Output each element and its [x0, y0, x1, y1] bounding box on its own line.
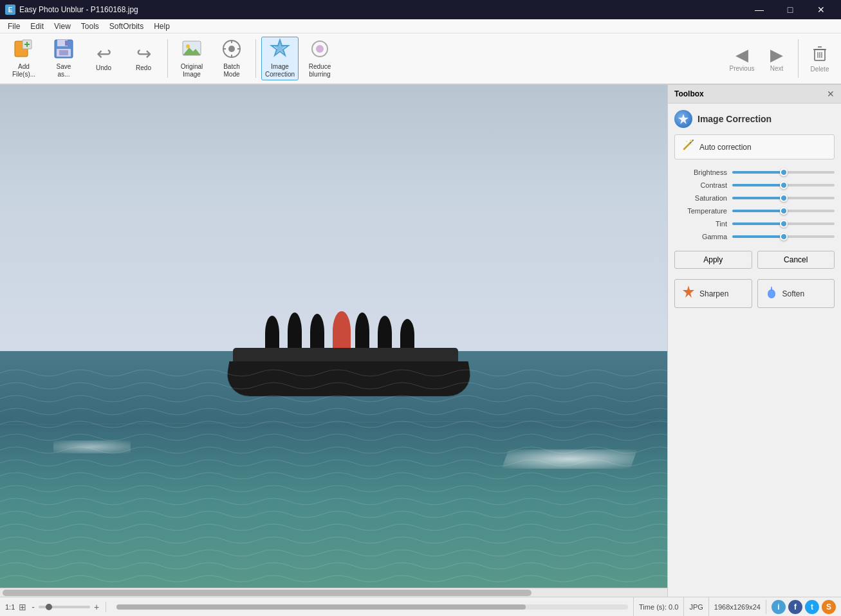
auto-correction-label: Auto correction — [699, 143, 752, 152]
add-file-button[interactable]: AddFile(s)... — [5, 37, 42, 80]
gamma-row: Gamma — [674, 233, 835, 240]
redo-button[interactable]: ↪ Redo — [125, 37, 162, 80]
tint-thumb[interactable] — [780, 220, 788, 228]
contrast-thumb[interactable] — [780, 181, 788, 189]
batch-mode-button[interactable]: BatchMode — [213, 37, 250, 80]
save-as-label: Saveas... — [57, 63, 71, 78]
person-5 — [355, 313, 369, 351]
zoom-fit-button[interactable]: ⊞ — [17, 602, 28, 612]
previous-button[interactable]: ◀ Previous — [726, 37, 758, 80]
time-value: 0.0 — [669, 603, 678, 611]
gamma-thumb[interactable] — [780, 233, 788, 240]
boat-hull — [223, 361, 474, 396]
previous-label: Previous — [730, 65, 755, 72]
saturation-fill — [732, 197, 784, 199]
original-image-icon — [181, 39, 202, 62]
delete-button[interactable]: Delete — [804, 37, 836, 80]
toolbar-separator-3 — [798, 39, 799, 78]
h-scrollbar-thumb[interactable] — [3, 590, 531, 596]
temperature-thumb[interactable] — [780, 207, 788, 215]
next-label: Next — [770, 65, 784, 72]
title-bar: E Easy Photo Unblur - P1160168.jpg — □ ✕ — [0, 0, 841, 19]
tint-slider[interactable] — [732, 222, 835, 225]
toolbox-section-title: Image Correction — [698, 114, 772, 124]
svg-rect-6 — [65, 41, 68, 46]
gamma-slider[interactable] — [732, 235, 835, 238]
cancel-button[interactable]: Cancel — [757, 251, 835, 269]
svg-line-28 — [0, 420, 667, 425]
menu-help[interactable]: Help — [149, 21, 175, 32]
facebook-icon[interactable]: f — [788, 600, 802, 614]
batch-mode-label: BatchMode — [223, 63, 240, 78]
auto-correction-button[interactable]: Auto correction — [674, 134, 835, 159]
scroll-thumb[interactable] — [116, 604, 526, 610]
time-display: Time (s): 0.0 — [633, 597, 683, 616]
toolbox-title: Toolbox — [674, 89, 704, 98]
close-button[interactable]: ✕ — [806, 0, 836, 19]
zoom-controls: 1:1 ⊞ - + — [5, 602, 106, 612]
image-container — [0, 85, 667, 597]
softorbits-icon[interactable]: S — [822, 600, 836, 614]
person-2 — [288, 313, 302, 351]
brightness-thumb[interactable] — [780, 168, 788, 176]
gamma-label: Gamma — [674, 233, 732, 240]
saturation-thumb[interactable] — [780, 194, 788, 202]
menu-view[interactable]: View — [49, 21, 76, 32]
temperature-row: Temperature — [674, 207, 835, 215]
toolbar: AddFile(s)... Saveas... ↩ Undo ↪ Redo — [0, 33, 841, 85]
wand-icon — [681, 139, 694, 155]
zoom-plus-button[interactable]: + — [93, 602, 100, 612]
sharpen-icon — [681, 285, 696, 302]
minimize-button[interactable]: — — [744, 0, 774, 19]
svg-point-21 — [316, 45, 324, 53]
sharpen-button[interactable]: Sharpen — [674, 279, 752, 308]
menu-tools[interactable]: Tools — [76, 21, 104, 32]
temperature-slider[interactable] — [732, 210, 835, 212]
menu-edit[interactable]: Edit — [25, 21, 49, 32]
info-icon[interactable]: i — [772, 600, 786, 614]
saturation-slider[interactable] — [732, 197, 835, 199]
horizontal-scrollbar[interactable] — [0, 588, 667, 597]
toolbox-section-header: Image Correction — [674, 110, 835, 128]
menu-softorbits[interactable]: SoftOrbits — [104, 21, 149, 32]
original-image-button[interactable]: OriginalImage — [173, 37, 210, 80]
save-as-icon — [53, 39, 74, 62]
boat-wake — [502, 449, 638, 469]
apply-button[interactable]: Apply — [674, 251, 752, 269]
menu-file[interactable]: File — [3, 21, 25, 32]
window-controls: — □ ✕ — [744, 0, 836, 19]
zoom-slider[interactable] — [39, 606, 90, 608]
twitter-icon[interactable]: t — [805, 600, 819, 614]
contrast-slider[interactable] — [732, 184, 835, 186]
undo-icon: ↩ — [97, 45, 111, 63]
reduce-blurring-button[interactable]: Reduceblurring — [301, 37, 338, 80]
svg-line-29 — [0, 469, 667, 474]
zoom-level: 1:1 — [5, 603, 15, 611]
undo-button[interactable]: ↩ Undo — [85, 37, 122, 80]
zoom-slider-thumb[interactable] — [46, 604, 52, 610]
size-display: 1968x1269x24 — [708, 597, 766, 616]
toolbox-close-button[interactable]: ✕ — [827, 89, 835, 99]
next-button[interactable]: ▶ Next — [761, 37, 793, 80]
svg-point-38 — [684, 144, 685, 145]
svg-point-35 — [690, 140, 692, 142]
svg-point-13 — [228, 46, 235, 52]
save-as-button[interactable]: Saveas... — [45, 37, 82, 80]
temperature-fill — [732, 210, 784, 212]
contrast-label: Contrast — [674, 181, 732, 189]
effect-buttons: Sharpen Soften — [674, 279, 835, 308]
app-icon: E — [5, 5, 15, 15]
scroll-bar[interactable] — [116, 604, 628, 610]
image-correction-button[interactable]: ImageCorrection — [261, 37, 299, 80]
zoom-minus-button[interactable]: - — [30, 602, 36, 612]
add-file-label: AddFile(s)... — [12, 63, 35, 78]
saturation-row: Saturation — [674, 194, 835, 202]
person-3 — [310, 314, 324, 351]
svg-marker-32 — [678, 114, 689, 124]
soften-button[interactable]: Soften — [757, 279, 835, 308]
reduce-blurring-icon — [310, 39, 330, 62]
canvas-area[interactable] — [0, 85, 667, 597]
brightness-slider[interactable] — [732, 171, 835, 174]
maximize-button[interactable]: □ — [775, 0, 805, 19]
image-correction-label: ImageCorrection — [265, 63, 295, 78]
